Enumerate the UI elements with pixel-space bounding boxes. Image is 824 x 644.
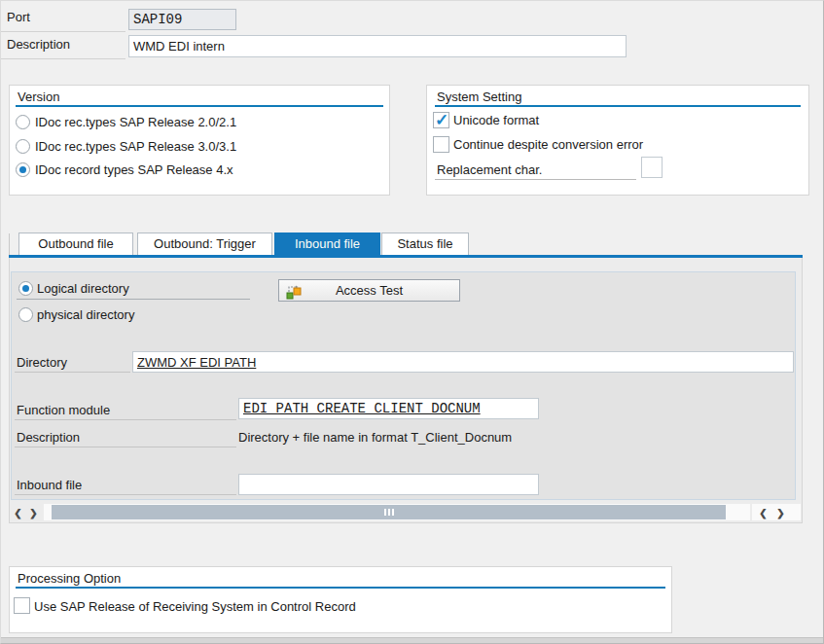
radio-idoc-30-31-label: IDoc rec.types SAP Release 3.0/3.1 bbox=[35, 139, 236, 154]
system-setting-group: System Setting Unicode format Continue d… bbox=[426, 85, 809, 196]
group-title-rule bbox=[16, 587, 665, 589]
replacement-char-label: Replacement char. bbox=[437, 162, 542, 177]
chevron-left-icon[interactable]: ❮ bbox=[756, 506, 770, 520]
chevron-right-icon[interactable]: ❯ bbox=[26, 506, 41, 520]
port-field[interactable] bbox=[128, 9, 236, 30]
function-module-field[interactable] bbox=[238, 398, 539, 419]
tab-outbound-file[interactable]: Outbound file bbox=[18, 233, 133, 255]
fm-description-value: Directory + file name in format T_Client… bbox=[238, 430, 512, 445]
tabstrip-edge bbox=[9, 233, 10, 255]
logical-directory-radio[interactable] bbox=[18, 281, 33, 296]
physical-directory-radio[interactable] bbox=[18, 307, 33, 322]
version-group: Version IDoc rec.types SAP Release 2.0/2… bbox=[9, 85, 390, 196]
window-bottom-edge bbox=[1, 637, 823, 644]
directory-field[interactable] bbox=[132, 351, 794, 373]
chevron-left-icon[interactable]: ❮ bbox=[11, 506, 25, 520]
row-separator bbox=[1, 58, 125, 59]
replacement-char-field[interactable] bbox=[641, 157, 663, 178]
processing-option-title: Processing Option bbox=[18, 571, 121, 586]
function-module-label: Function module bbox=[17, 403, 110, 417]
port-label: Port bbox=[7, 10, 30, 24]
inbound-file-inner-panel bbox=[11, 271, 796, 500]
continue-conversion-checkbox[interactable] bbox=[433, 136, 449, 153]
tab-outbound-trigger[interactable]: Outbound: Trigger bbox=[137, 233, 272, 255]
system-setting-group-title: System Setting bbox=[437, 89, 521, 104]
access-test-icon bbox=[285, 283, 302, 303]
use-sap-release-label: Use SAP Release of Receiving System in C… bbox=[34, 599, 356, 614]
version-group-title: Version bbox=[18, 89, 59, 104]
scrollbar-thumb[interactable] bbox=[52, 505, 726, 519]
access-test-button[interactable]: Access Test bbox=[278, 279, 460, 302]
access-test-button-label: Access Test bbox=[336, 283, 403, 298]
chevron-right-icon[interactable]: ❯ bbox=[773, 506, 788, 520]
tab-status-file[interactable]: Status file bbox=[381, 233, 469, 255]
group-title-rule bbox=[16, 105, 383, 107]
fm-description-label: Description bbox=[17, 430, 80, 445]
label-underline bbox=[15, 447, 236, 447]
radio-idoc-20-21-label: IDoc rec.types SAP Release 2.0/2.1 bbox=[35, 115, 236, 129]
label-underline bbox=[17, 299, 250, 300]
use-sap-release-checkbox[interactable] bbox=[14, 597, 30, 614]
processing-option-group: Processing Option Use SAP Release of Rec… bbox=[9, 566, 672, 633]
directory-label: Directory bbox=[17, 355, 67, 370]
label-underline bbox=[15, 372, 130, 373]
port-definition-screen: Port Description Version IDoc rec.types … bbox=[0, 0, 824, 644]
unicode-format-checkbox[interactable] bbox=[433, 112, 449, 128]
radio-idoc-4x[interactable] bbox=[16, 162, 30, 177]
logical-directory-label: Logical directory bbox=[37, 281, 129, 296]
unicode-format-label: Unicode format bbox=[453, 113, 539, 127]
row-separator bbox=[1, 31, 125, 32]
label-underline bbox=[15, 494, 236, 495]
description-label: Description bbox=[7, 37, 70, 52]
inbound-file-field[interactable] bbox=[238, 474, 539, 495]
group-title-rule bbox=[435, 105, 801, 107]
grip-icon bbox=[384, 509, 386, 516]
tab-inbound-file[interactable]: Inbound file bbox=[274, 233, 380, 255]
radio-idoc-4x-label: IDoc record types SAP Release 4.x bbox=[35, 162, 233, 177]
label-underline bbox=[15, 419, 236, 420]
radio-idoc-30-31[interactable] bbox=[16, 139, 30, 154]
radio-idoc-20-21[interactable] bbox=[16, 115, 30, 129]
label-underline bbox=[435, 179, 636, 180]
inbound-file-label: Inbound file bbox=[17, 478, 82, 492]
continue-conversion-label: Continue despite conversion error bbox=[453, 137, 643, 152]
physical-directory-label: physical directory bbox=[37, 307, 134, 322]
description-field[interactable] bbox=[128, 35, 627, 57]
